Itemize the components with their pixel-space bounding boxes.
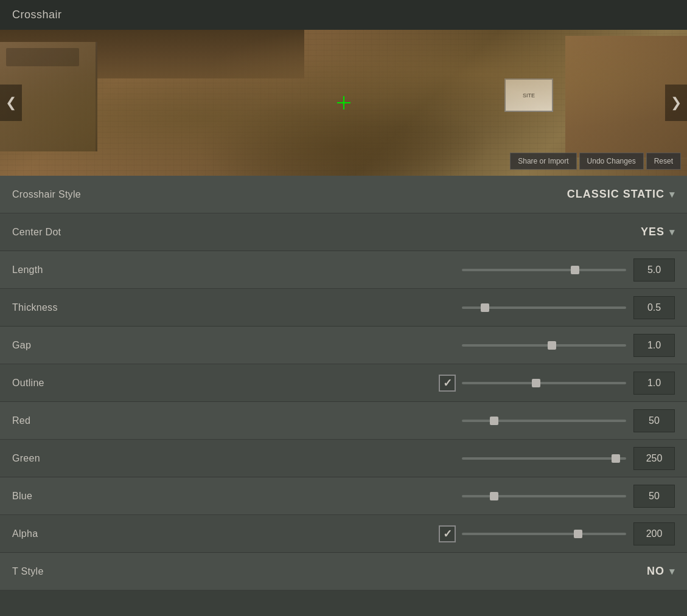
red-slider[interactable]: [462, 420, 626, 422]
thickness-control: [110, 296, 675, 319]
share-import-button[interactable]: Share or Import: [510, 153, 576, 170]
gap-value[interactable]: [633, 334, 675, 357]
preview-container: SITE ❮ ❯ Share or Import Undo Changes Re…: [0, 30, 687, 176]
outline-row: Outline: [0, 364, 687, 402]
crosshair-style-label: Crosshair Style: [12, 189, 110, 200]
length-value[interactable]: [633, 258, 675, 282]
outline-value[interactable]: [633, 372, 675, 395]
gap-control: [110, 334, 675, 357]
alpha-checkbox[interactable]: [439, 525, 456, 542]
green-slider[interactable]: [462, 457, 626, 460]
center-dot-dropdown[interactable]: YES ▾: [641, 226, 675, 238]
blue-value[interactable]: [633, 485, 675, 508]
preview-next-button[interactable]: ❯: [665, 85, 687, 121]
outline-control: [110, 372, 675, 395]
outline-slider-group: [110, 375, 626, 392]
thickness-label: Thickness: [12, 302, 110, 313]
alpha-label: Alpha: [12, 528, 110, 539]
length-label: Length: [12, 265, 110, 275]
gap-row: Gap: [0, 327, 687, 364]
red-row: Red: [0, 402, 687, 440]
page-title: Crosshair: [0, 0, 687, 30]
t-style-control: NO ▾: [110, 565, 675, 578]
t-style-label: T Style: [12, 566, 110, 577]
crosshair-style-row: Crosshair Style CLASSIC STATIC ▾: [0, 176, 687, 213]
outline-label: Outline: [12, 378, 110, 389]
green-row: Green: [0, 440, 687, 477]
center-dot-label: Center Dot: [12, 227, 110, 238]
blue-row: Blue: [0, 477, 687, 515]
crosshair-style-control: CLASSIC STATIC ▾: [110, 188, 675, 201]
preview-prev-button[interactable]: ❮: [0, 85, 22, 121]
preview-action-buttons: Share or Import Undo Changes Reset: [510, 153, 681, 170]
green-value[interactable]: [633, 447, 675, 470]
length-control: [110, 258, 675, 282]
blue-label: Blue: [12, 491, 110, 502]
undo-changes-button[interactable]: Undo Changes: [579, 153, 644, 170]
crosshair-dot: [343, 102, 345, 104]
center-dot-control: YES ▾: [110, 226, 675, 238]
settings-panel: Crosshair Style CLASSIC STATIC ▾ Center …: [0, 176, 687, 590]
roof-decoration: [0, 30, 304, 78]
gap-label: Gap: [12, 340, 110, 351]
outline-slider[interactable]: [462, 382, 626, 384]
t-style-row: T Style NO ▾: [0, 553, 687, 590]
t-style-dropdown[interactable]: NO ▾: [647, 565, 675, 578]
alpha-slider[interactable]: [462, 533, 626, 535]
reset-button[interactable]: Reset: [646, 153, 681, 170]
gap-slider[interactable]: [462, 344, 626, 347]
green-control: [110, 447, 675, 470]
outline-checkbox[interactable]: [439, 375, 456, 392]
blue-slider[interactable]: [462, 495, 626, 497]
green-label: Green: [12, 453, 110, 464]
red-label: Red: [12, 415, 110, 426]
center-dot-arrow: ▾: [669, 226, 675, 238]
red-value[interactable]: [633, 409, 675, 432]
thickness-value[interactable]: [633, 296, 675, 319]
sign-decoration: SITE: [504, 78, 553, 112]
thickness-slider[interactable]: [462, 306, 626, 309]
t-style-arrow: ▾: [669, 566, 675, 577]
thickness-row: Thickness: [0, 289, 687, 327]
length-row: Length: [0, 251, 687, 289]
alpha-slider-group: [110, 525, 626, 542]
alpha-value[interactable]: [633, 522, 675, 545]
length-slider[interactable]: [462, 269, 626, 271]
crosshair-preview: [337, 95, 351, 110]
crosshair-style-dropdown[interactable]: CLASSIC STATIC ▾: [567, 188, 675, 201]
blue-control: [110, 485, 675, 508]
alpha-row: Alpha: [0, 515, 687, 553]
alpha-control: [110, 522, 675, 545]
crosshair-style-arrow: ▾: [669, 189, 675, 200]
center-dot-row: Center Dot YES ▾: [0, 213, 687, 251]
red-control: [110, 409, 675, 432]
